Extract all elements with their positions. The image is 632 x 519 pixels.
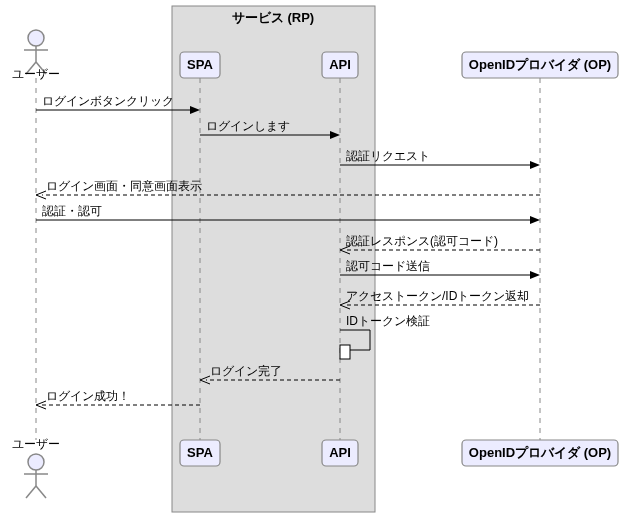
message-m8-label: アクセストークン/IDトークン返却 [346, 289, 529, 303]
svg-line-25 [26, 486, 36, 498]
message-m7-label: 認可コード送信 [346, 259, 430, 273]
svg-point-0 [28, 30, 44, 46]
message-m10-label: ログイン完了 [210, 364, 282, 378]
message-m11-label: ログイン成功！ [46, 389, 130, 403]
sequence-diagram: サービス (RP) ユーザー SPA API OpenIDプロバイダ (OP) … [0, 0, 632, 519]
message-m1-label: ログインボタンクリック [42, 94, 174, 108]
participant-spa-label-top: SPA [187, 57, 213, 72]
service-group-label: サービス (RP) [232, 10, 314, 25]
message-m5-label: 認証・認可 [42, 204, 102, 218]
svg-marker-16 [530, 271, 540, 279]
message-m6-label: 認証レスポンス(認可コード) [346, 234, 498, 248]
message-m3-label: 認証リクエスト [346, 149, 430, 163]
participant-api-label-bottom: API [329, 445, 351, 460]
participant-api-label-top: API [329, 57, 351, 72]
svg-rect-19 [340, 345, 350, 359]
message-m9-label: IDトークン検証 [346, 314, 430, 328]
svg-marker-13 [530, 216, 540, 224]
participant-op-label-top: OpenIDプロバイダ (OP) [469, 57, 611, 72]
service-group-box [172, 6, 375, 512]
message-m4-label: ログイン画面・同意画面表示 [46, 179, 202, 193]
svg-point-22 [28, 454, 44, 470]
actor-user-bottom [24, 454, 48, 498]
actor-user-label-bottom: ユーザー [12, 437, 60, 451]
actor-user-label-top: ユーザー [12, 67, 60, 81]
svg-marker-10 [530, 161, 540, 169]
participant-spa-label-bottom: SPA [187, 445, 213, 460]
message-m2-label: ログインします [206, 119, 290, 133]
participant-op-label-bottom: OpenIDプロバイダ (OP) [469, 445, 611, 460]
svg-line-26 [36, 486, 46, 498]
